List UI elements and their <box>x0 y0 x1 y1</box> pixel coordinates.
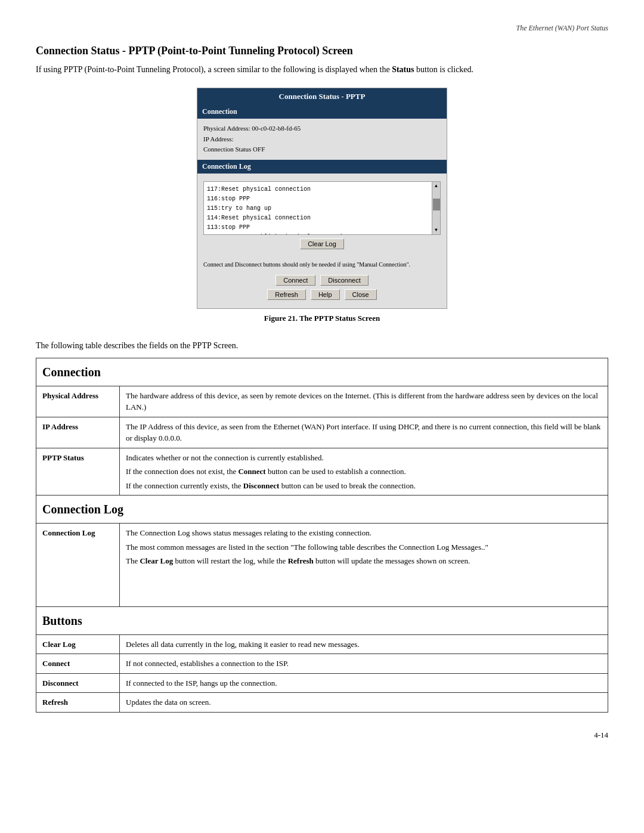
log-content: 117:Reset physical connection 116:stop P… <box>197 174 447 258</box>
pptp-status-desc: Indicates whether or not the connection … <box>120 448 608 496</box>
pptp-desc-1: Indicates whether or not the connection … <box>126 452 602 464</box>
ip-address-line: IP Address: <box>203 134 441 145</box>
log-line-1: 117:Reset physical connection <box>207 185 428 194</box>
connect-table-field: Connect <box>36 654 120 674</box>
connection-log-section-row: Connection Log <box>36 496 608 524</box>
clear-log-table-desc: Deletes all data currently in the log, m… <box>120 634 608 654</box>
clear-log-table-row: Clear Log Deletes all data currently in … <box>36 634 608 654</box>
figure-caption: Figure 21. The PPTP Status Screen <box>264 314 380 323</box>
log-desc-3: The Clear Log button will restart the lo… <box>126 555 602 567</box>
section-title: Connection Status - PPTP (Point-to-Point… <box>36 45 608 57</box>
disconnect-table-desc: If connected to the ISP, hangs up the co… <box>120 673 608 693</box>
scroll-up-arrow[interactable]: ▲ <box>435 182 438 190</box>
connection-log-section-label: Connection Log <box>36 496 608 524</box>
log-line-4: 114:Reset physical connection <box>207 213 428 223</box>
refresh-table-field: Refresh <box>36 693 120 713</box>
connection-status-line: Connection Status OFF <box>203 144 441 155</box>
physical-address-row: Physical Address The hardware address of… <box>36 386 608 417</box>
refresh-help-close-row: Refresh Help Close <box>197 289 447 300</box>
ip-address-field: IP Address <box>36 417 120 448</box>
pptp-desc-3: If the connection currently exists, the … <box>126 480 602 492</box>
refresh-table-desc: Updates the data on screen. <box>120 693 608 713</box>
clear-log-row: Clear Log <box>203 239 441 249</box>
clear-log-button[interactable]: Clear Log <box>300 239 344 249</box>
physical-address-desc: The hardware address of this device, as … <box>120 386 608 417</box>
fields-table: Connection Physical Address The hardware… <box>36 358 608 713</box>
page-header: The Ethernet (WAN) Port Status <box>36 24 608 33</box>
connect-disconnect-row: Connect Disconnect <box>197 275 447 286</box>
connect-button[interactable]: Connect <box>275 275 315 286</box>
pptp-desc-2: If the connection does not exist, the Co… <box>126 466 602 478</box>
disconnect-table-row: Disconnect If connected to the ISP, hang… <box>36 673 608 693</box>
pptp-status-field: PPTP Status <box>36 448 120 496</box>
connect-table-desc: If not connected, establishes a connecti… <box>120 654 608 674</box>
connection-info: Physical Address: 00-c0-02-b8-fd-65 IP A… <box>197 119 447 160</box>
log-line-6: 112:try to establish physical connection <box>207 233 428 235</box>
disconnect-button[interactable]: Disconnect <box>320 275 368 286</box>
log-line-5: 113:stop PPP <box>207 223 428 233</box>
buttons-section-row: Buttons <box>36 606 608 634</box>
disconnect-table-field: Disconnect <box>36 673 120 693</box>
connect-table-row: Connect If not connected, establishes a … <box>36 654 608 674</box>
dialog-titlebar: Connection Status - PPTP <box>197 88 447 105</box>
dialog-note: Connect and Disconnect buttons should on… <box>197 258 447 271</box>
scroll-down-arrow[interactable]: ▼ <box>435 226 438 234</box>
connection-section-row: Connection <box>36 358 608 386</box>
following-text: The following table describes the fields… <box>36 341 608 351</box>
log-line-3: 115:try to hang up <box>207 204 428 213</box>
log-section-header: Connection Log <box>197 160 447 174</box>
close-button[interactable]: Close <box>345 289 377 300</box>
log-desc-2: The most common messages are listed in t… <box>126 541 602 553</box>
screenshot-container: Connection Status - PPTP Connection Phys… <box>36 88 608 335</box>
connection-log-row: Connection Log The Connection Log shows … <box>36 524 608 607</box>
connection-log-desc: The Connection Log shows status messages… <box>120 524 608 607</box>
ip-address-row: IP Address The IP Address of this device… <box>36 417 608 448</box>
page-number: 4-14 <box>36 730 608 740</box>
intro-paragraph: If using PPTP (Point-to-Point Tunneling … <box>36 63 608 76</box>
ip-address-desc: The IP Address of this device, as seen f… <box>120 417 608 448</box>
refresh-button[interactable]: Refresh <box>267 289 306 300</box>
connection-section-header: Connection <box>197 105 447 119</box>
connection-log-field: Connection Log <box>36 524 120 607</box>
physical-address-field: Physical Address <box>36 386 120 417</box>
clear-log-table-field: Clear Log <box>36 634 120 654</box>
physical-address-line: Physical Address: 00-c0-02-b8-fd-65 <box>203 123 441 134</box>
dialog-box: Connection Status - PPTP Connection Phys… <box>197 88 447 309</box>
scrollbar-thumb[interactable] <box>433 199 440 210</box>
log-line-2: 116:stop PPP <box>207 194 428 204</box>
log-text: 117:Reset physical connection 116:stop P… <box>207 185 437 235</box>
buttons-section-label: Buttons <box>36 606 608 634</box>
log-area: 117:Reset physical connection 116:stop P… <box>203 181 441 235</box>
help-button[interactable]: Help <box>311 289 340 300</box>
refresh-table-row: Refresh Updates the data on screen. <box>36 693 608 713</box>
connection-section-label: Connection <box>36 358 608 386</box>
log-scrollbar[interactable]: ▲ ▼ <box>432 182 440 234</box>
pptp-status-row: PPTP Status Indicates whether or not the… <box>36 448 608 496</box>
log-desc-1: The Connection Log shows status messages… <box>126 527 602 539</box>
